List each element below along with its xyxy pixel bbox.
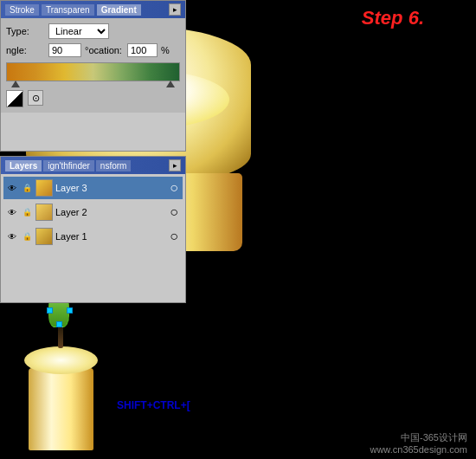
small-wick bbox=[58, 324, 63, 348]
right-background bbox=[286, 0, 476, 459]
gradient-panel: Stroke Transparen Gradient ▸ Type: Linea… bbox=[0, 0, 186, 152]
location-label: °ocation: bbox=[85, 45, 124, 55]
gradient-angle-row: ngle: °ocation: % bbox=[6, 43, 180, 57]
layer-3-indicator: ○ bbox=[168, 182, 180, 194]
tab-stroke[interactable]: Stroke bbox=[5, 4, 39, 16]
type-label: Type: bbox=[6, 26, 45, 36]
layer-1-eye[interactable]: 👁 bbox=[6, 230, 18, 242]
angle-input[interactable] bbox=[48, 43, 81, 57]
gradient-panel-header: Stroke Transparen Gradient ▸ bbox=[1, 1, 185, 18]
layer-2-thumb bbox=[35, 204, 53, 221]
layers-panel-close[interactable]: ▸ bbox=[169, 159, 181, 171]
gradient-color-bar[interactable] bbox=[6, 62, 180, 81]
layer-3-eye[interactable]: 👁 bbox=[6, 182, 18, 194]
gradient-type-select[interactable]: Linear bbox=[48, 23, 109, 39]
tab-layers[interactable]: Layers bbox=[5, 160, 42, 171]
watermark-line2: www.cn365design.com bbox=[370, 444, 467, 455]
layer-row-2[interactable]: 👁 🔒 Layer 2 ○ bbox=[3, 201, 183, 223]
layer-2-indicator: ○ bbox=[168, 206, 180, 218]
anchor-right bbox=[67, 307, 73, 314]
location-input[interactable] bbox=[127, 43, 158, 57]
layer-1-lock[interactable]: 🔒 bbox=[21, 230, 33, 242]
layers-panel-header: Layers ign'thfinder nsform ▸ bbox=[1, 157, 185, 174]
gradient-icon-1[interactable] bbox=[6, 90, 23, 107]
layer-row-3[interactable]: 👁 🔒 Layer 3 ○ bbox=[3, 177, 183, 199]
instruction-3: 3.画一个椭圆，用节点 转化工具把顶点转化为 尖角。 bbox=[117, 306, 286, 356]
layer-3-lock[interactable]: 🔒 bbox=[21, 182, 33, 194]
angle-label: ngle: bbox=[6, 45, 45, 55]
layer-1-name: Layer 1 bbox=[55, 231, 165, 242]
step-label: Step 6. bbox=[362, 7, 424, 29]
small-candle-top bbox=[24, 346, 98, 374]
layer-1-thumb bbox=[35, 228, 53, 245]
layer-3-thumb bbox=[35, 179, 53, 197]
tab-gradient[interactable]: Gradient bbox=[97, 4, 141, 16]
layer-3-name: Layer 3 bbox=[55, 183, 165, 193]
gradient-stop-left[interactable] bbox=[11, 81, 20, 87]
layers-panel: Layers ign'thfinder nsform ▸ 👁 🔒 Layer 3… bbox=[0, 156, 186, 303]
instruction-shortcut: SHIFT+CTRL+[ bbox=[117, 399, 286, 411]
small-candle-body bbox=[29, 368, 93, 450]
gradient-stop-right[interactable] bbox=[166, 81, 175, 87]
gradient-panel-close[interactable]: ▸ bbox=[169, 3, 181, 16]
anchor-bottom bbox=[56, 321, 62, 327]
watermark: 中国-365设计网 www.cn365design.com bbox=[370, 431, 467, 455]
tab-transform[interactable]: nsform bbox=[96, 160, 132, 171]
tab-pathfinder[interactable]: ign'thfinder bbox=[43, 160, 94, 171]
gradient-type-row: Type: Linear bbox=[6, 23, 180, 39]
gradient-icon-2[interactable]: ⊙ bbox=[28, 90, 43, 106]
gradient-panel-body: Type: Linear ngle: °ocation: % ⊙ bbox=[1, 18, 185, 113]
anchor-left bbox=[47, 307, 53, 314]
watermark-line1: 中国-365设计网 bbox=[370, 431, 467, 444]
gradient-icons-row: ⊙ bbox=[6, 90, 180, 107]
layer-row-1[interactable]: 👁 🔒 Layer 1 ○ bbox=[3, 225, 183, 248]
instruction-4: 4.用空心箭头继续调整 路径并把椭圆放在后面。 bbox=[117, 361, 286, 394]
layer-2-eye[interactable]: 👁 bbox=[6, 206, 18, 218]
location-unit: % bbox=[161, 45, 170, 55]
tab-transparency[interactable]: Transparen bbox=[42, 4, 94, 16]
layer-2-lock[interactable]: 🔒 bbox=[21, 206, 33, 218]
layer-2-name: Layer 2 bbox=[55, 207, 165, 217]
layers-body: 👁 🔒 Layer 3 ○ 👁 🔒 Layer 2 ○ 👁 🔒 Layer 1 … bbox=[1, 174, 185, 252]
layer-1-indicator: ○ bbox=[168, 230, 180, 242]
